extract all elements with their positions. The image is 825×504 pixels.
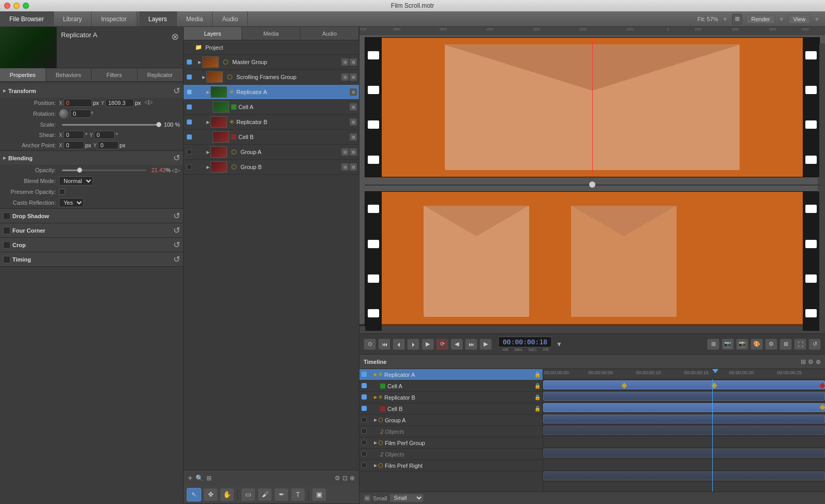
- tl-rep-a-expand-icon[interactable]: ▶: [374, 372, 377, 377]
- casts-reflection-select[interactable]: Yes: [59, 198, 84, 207]
- group-a-expand-icon[interactable]: ▶: [206, 150, 209, 155]
- replicator-b-action[interactable]: ⊠: [350, 118, 357, 126]
- anchor-x-input[interactable]: [64, 141, 84, 149]
- cell-b-checkbox[interactable]: [186, 133, 193, 141]
- pan-tool[interactable]: ✋: [220, 488, 234, 501]
- mask-tool[interactable]: ▣: [312, 488, 326, 501]
- transport-next-frame-button[interactable]: ⏵: [407, 339, 419, 350]
- transport-loop-button[interactable]: ⟳: [436, 339, 448, 350]
- transport-prev-key-button[interactable]: ◀: [451, 339, 463, 350]
- scrolling-frames-action2[interactable]: ⊠: [350, 73, 357, 81]
- layer-group-icon[interactable]: ⊡: [342, 475, 348, 482]
- drop-shadow-checkbox[interactable]: [3, 212, 10, 220]
- position-adjust-icon[interactable]: ◁▷: [144, 99, 153, 107]
- four-corner-reset-button[interactable]: ↺: [173, 225, 180, 235]
- tl-film-perf-expand-icon[interactable]: ▶: [374, 440, 377, 445]
- layer-item-cell-b[interactable]: Cell B ⊠: [184, 130, 359, 145]
- canvas-mode-button[interactable]: ⊞: [707, 339, 719, 350]
- cell-a-checkbox[interactable]: [186, 103, 193, 111]
- transport-to-start-button[interactable]: ⏮: [378, 339, 391, 350]
- blending-reset-button[interactable]: ↺: [173, 153, 180, 163]
- master-group-checkbox[interactable]: [186, 58, 193, 66]
- view-button[interactable]: View: [788, 14, 810, 24]
- tl-group-a-expand-icon[interactable]: ▶: [374, 418, 377, 422]
- cell-b-action[interactable]: ⊠: [350, 133, 357, 141]
- timecode-value[interactable]: 00:00:00:18: [498, 337, 552, 347]
- replicator-a-checkbox[interactable]: [186, 88, 193, 96]
- paint-tool[interactable]: 🖌: [258, 488, 272, 501]
- display-options-button[interactable]: ⊞: [732, 14, 742, 24]
- refresh-button[interactable]: ↺: [808, 339, 821, 350]
- shape-tool[interactable]: ▭: [241, 488, 256, 501]
- replicator-b-checkbox[interactable]: [186, 118, 193, 126]
- tl-film-perf-cb[interactable]: [362, 440, 368, 446]
- filters-tab[interactable]: Filters: [92, 68, 138, 81]
- transport-play-button[interactable]: ▶: [422, 339, 434, 350]
- layer-export-icon[interactable]: ⊕: [350, 475, 355, 482]
- tl-item-cell-b[interactable]: Cell B 🔒: [359, 403, 543, 415]
- layer-item-group-b[interactable]: ▶ ⬡ Group B ⊞ ⊠: [184, 160, 359, 175]
- tl-bar-cell-a[interactable]: [543, 392, 825, 401]
- tl-group-a-cb[interactable]: [362, 417, 368, 423]
- timing-header[interactable]: Timing ↺: [0, 252, 183, 266]
- audio-tab[interactable]: Audio: [301, 27, 359, 40]
- layer-settings-icon[interactable]: ⚙: [335, 475, 340, 482]
- tl-item-2objects-2[interactable]: 2 Objects: [359, 449, 543, 460]
- scrolling-frames-action1[interactable]: ⊞: [341, 73, 349, 81]
- tl-item-replicator-b[interactable]: ▶ ✳ Replicator B 🔒: [359, 392, 543, 403]
- snapshot-button[interactable]: 📸: [736, 339, 748, 350]
- rotation-input[interactable]: [70, 110, 91, 118]
- opacity-thumb[interactable]: [77, 167, 82, 173]
- group-b-checkbox[interactable]: [186, 163, 193, 171]
- transport-next-key-button[interactable]: ▶: [479, 339, 492, 350]
- timeline-tracks[interactable]: [543, 379, 825, 492]
- timecode-dropdown-icon[interactable]: ▼: [556, 341, 562, 348]
- close-button[interactable]: [4, 3, 10, 9]
- project-checkbox[interactable]: [186, 44, 193, 51]
- transport-record-button[interactable]: ⊙: [364, 339, 376, 350]
- grid-button[interactable]: ⊞: [779, 339, 792, 350]
- tl-film-pref-cb[interactable]: [362, 463, 368, 469]
- tl-item-cell-a[interactable]: Cell A 🔒: [359, 380, 543, 392]
- opacity-adjust-icon[interactable]: ◁▷: [172, 167, 180, 174]
- fullscreen-button[interactable]: ⛶: [794, 339, 806, 350]
- timing-reset-button[interactable]: ↺: [173, 254, 180, 264]
- arrow-tool[interactable]: ↖: [187, 488, 201, 501]
- four-corner-checkbox[interactable]: [3, 227, 10, 234]
- shear-y-input[interactable]: [94, 131, 115, 139]
- cell-a-action[interactable]: ⊠: [350, 103, 357, 111]
- add-layer-button[interactable]: +: [188, 474, 192, 483]
- tl-item-group-a[interactable]: ▶ ⬡ Group A: [359, 415, 543, 426]
- tl-expand-icon[interactable]: ⊕: [816, 358, 821, 365]
- replicator-a-action[interactable]: ⊠: [350, 88, 357, 96]
- layer-item-group-a[interactable]: ▶ ⬡ Group A ⊞ ⊠: [184, 145, 359, 160]
- tl-bar-rep-b[interactable]: [543, 403, 825, 412]
- master-group-action2[interactable]: ⊠: [350, 58, 357, 66]
- drop-shadow-reset-button[interactable]: ↺: [173, 211, 180, 221]
- tl-settings-icon[interactable]: ⚙: [808, 358, 814, 365]
- color-button[interactable]: 🎨: [751, 339, 763, 350]
- camera-button[interactable]: 📷: [722, 339, 734, 350]
- group-a-checkbox[interactable]: [186, 148, 193, 156]
- replicator-b-expand-icon[interactable]: ▶: [206, 120, 209, 125]
- tl-bar-rep-a[interactable]: [543, 380, 825, 389]
- tl-2obj2-cb[interactable]: [362, 451, 368, 457]
- properties-tab[interactable]: Properties: [0, 68, 46, 81]
- layer-item-project[interactable]: 📁 Project: [184, 40, 359, 55]
- group-b-expand-icon[interactable]: ▶: [206, 165, 209, 170]
- search-layer-icon[interactable]: 🔍: [196, 475, 203, 482]
- tl-cell-a-cb[interactable]: [362, 383, 368, 389]
- tl-item-2objects-1[interactable]: 2 Objects: [359, 426, 543, 437]
- behaviors-tab[interactable]: Behaviors: [46, 68, 92, 81]
- tl-film-pref-expand-icon[interactable]: ▶: [374, 463, 377, 468]
- grid-layer-icon[interactable]: ⊞: [206, 475, 212, 482]
- tl-bar-cell-b[interactable]: [543, 415, 825, 423]
- tl-rep-a-cb[interactable]: [362, 372, 368, 378]
- tl-expand-all-button[interactable]: ▤: [364, 495, 371, 502]
- master-group-expand-icon[interactable]: ▶: [198, 60, 201, 65]
- media-tab[interactable]: Media: [242, 27, 301, 40]
- layer-item-master-group[interactable]: ▶ ⬡ Master Group ⊞ ⊠: [184, 55, 359, 70]
- preserve-opacity-checkbox[interactable]: [59, 189, 65, 195]
- transport-to-end-button[interactable]: ⏭: [465, 339, 477, 350]
- master-group-action1[interactable]: ⊞: [341, 58, 349, 66]
